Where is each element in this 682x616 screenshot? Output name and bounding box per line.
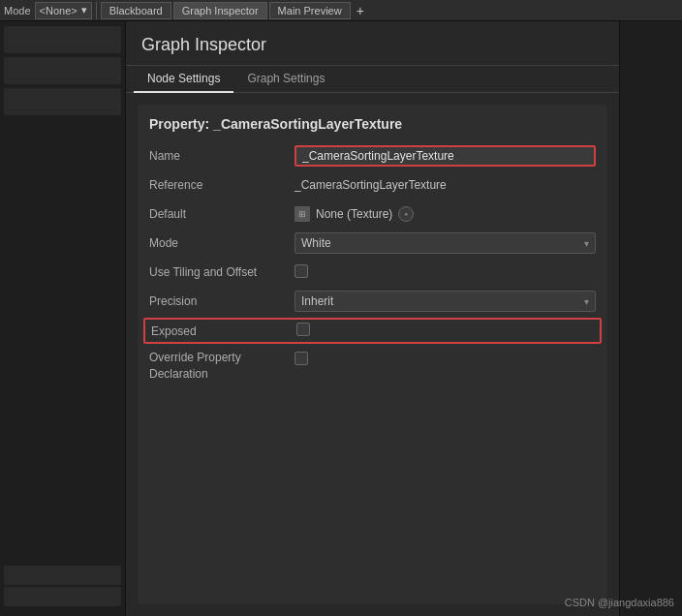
name-input[interactable] [294,145,596,167]
none-texture-text: None (Texture) [316,207,392,221]
tiling-value [294,264,596,281]
precision-dropdown-arrow-icon: ▾ [584,296,589,307]
property-section: Property: _CameraSortingLayerTexture Nam… [138,105,607,604]
reference-value: _CameraSortingLayerTexture [294,178,596,192]
tabs-container: Node Settings Graph Settings [126,66,619,93]
reference-label: Reference [149,178,294,192]
override-row: Override PropertyDeclaration [149,346,596,383]
add-button[interactable]: + [353,3,368,18]
precision-value: Inherit ▾ [294,291,596,312]
mode-dropdown[interactable]: <None> ▾ [35,2,92,19]
default-value: ⊞ None (Texture) [294,206,596,222]
mode-dropdown-field[interactable]: White ▾ [294,232,596,254]
mode-field-label: Mode [149,236,294,250]
sidebar-bottom-item-2 [4,587,121,606]
exposed-label: Exposed [151,324,296,338]
tab-graph-settings[interactable]: Graph Settings [233,66,338,93]
mode-label: Mode [4,5,31,16]
override-label: Override PropertyDeclaration [149,350,294,383]
reference-row: Reference _CameraSortingLayerTexture [149,172,596,198]
main-layout: Graph Inspector Node Settings Graph Sett… [0,21,682,616]
name-row: Name [149,143,596,169]
blackboard-button[interactable]: Blackboard [101,2,171,19]
mode-value: White ▾ [294,232,596,254]
precision-dropdown-text: Inherit [301,294,333,308]
inspector-panel: Graph Inspector Node Settings Graph Sett… [126,21,620,616]
sidebar-bottom [0,560,125,612]
exposed-row: Exposed [143,318,602,344]
mode-dropdown-arrow: ▾ [81,4,87,16]
precision-label: Precision [149,294,294,308]
reference-text: _CameraSortingLayerTexture [294,178,447,192]
graph-inspector-button[interactable]: Graph Inspector [173,2,267,19]
mode-dropdown-text: White [301,236,331,250]
mode-row: Mode White ▾ [149,231,596,256]
name-value[interactable] [294,145,596,167]
watermark: CSDN @jiangdaxia886 [565,597,674,608]
tiling-row: Use Tiling and Offset [149,260,596,285]
exposed-value [296,323,594,339]
separator-1 [96,2,97,19]
right-panel [620,21,682,616]
sidebar-bottom-item-1 [4,566,121,585]
tiling-checkbox[interactable] [294,264,308,278]
sidebar-item-1 [4,26,121,53]
precision-dropdown[interactable]: Inherit ▾ [294,291,596,312]
inspector-title: Graph Inspector [141,35,604,55]
left-sidebar [0,21,126,616]
name-label: Name [149,149,294,163]
default-row: Default ⊞ None (Texture) [149,201,596,227]
sidebar-item-2 [4,57,121,84]
mode-none-label: <None> [40,5,78,16]
precision-row: Precision Inherit ▾ [149,289,596,314]
texture-icon: ⊞ [294,206,310,222]
tab-node-settings[interactable]: Node Settings [134,66,233,93]
top-bar: Mode <None> ▾ Blackboard Graph Inspector… [0,0,682,21]
exposed-checkbox[interactable] [296,323,310,336]
property-title: Property: _CameraSortingLayerTexture [149,116,596,132]
sidebar-item-3 [4,88,121,115]
texture-picker-button[interactable] [398,206,414,222]
main-preview-button[interactable]: Main Preview [269,2,351,19]
inspector-header: Graph Inspector [126,21,619,66]
override-value [294,350,596,368]
default-label: Default [149,207,294,221]
default-texture-row: ⊞ None (Texture) [294,206,596,222]
mode-dropdown-arrow-icon: ▾ [584,238,589,249]
override-checkbox[interactable] [294,352,308,365]
tiling-label: Use Tiling and Offset [149,265,294,279]
